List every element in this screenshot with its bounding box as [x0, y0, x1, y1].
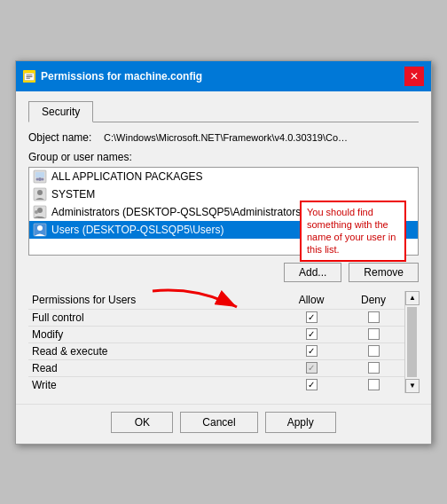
checkbox-icon[interactable]: [306, 345, 318, 357]
svg-point-14: [35, 210, 38, 214]
user-name: Administrators (DESKTOP-QSLSQP5\Administ…: [51, 206, 304, 218]
perm-name: Read & execute: [28, 343, 280, 359]
dialog-body: Security Object name: C:\Windows\Microso…: [16, 91, 431, 404]
tooltip-box: You should find something with the name …: [300, 201, 406, 262]
list-item[interactable]: ALL APPLICATION PACKAGES: [29, 168, 418, 185]
permissions-table: Permissions for Users Allow Deny Full co…: [28, 291, 404, 393]
perm-name: Write: [28, 376, 280, 393]
checkbox-icon[interactable]: [306, 379, 318, 390]
scroll-thumb[interactable]: [407, 307, 417, 377]
permissions-table-wrapper: Permissions for Users Allow Deny Full co…: [28, 291, 419, 393]
checkbox-icon[interactable]: [368, 345, 380, 357]
scroll-down-button[interactable]: ▼: [405, 379, 420, 393]
group-icon: [33, 223, 47, 237]
perm-name-header: Permissions for Users: [28, 291, 280, 309]
title-bar-left: Permissions for machine.config: [23, 70, 202, 83]
tab-bar: Security: [28, 100, 419, 122]
permissions-scrollbar[interactable]: ▲ ▼: [404, 291, 419, 393]
object-name-value: C:\Windows\Microsoft.NET\Framework\v4.0.…: [104, 132, 348, 143]
user-name: SYSTEM: [51, 188, 95, 201]
checkbox-icon[interactable]: [368, 362, 380, 374]
user-name: Users (DESKTOP-QSLSQP5\Users): [51, 224, 224, 236]
user-icon: [33, 187, 47, 201]
dialog-icon: [23, 70, 35, 83]
allow-checkbox-readexec[interactable]: [280, 343, 342, 359]
close-button[interactable]: ✕: [404, 67, 424, 86]
svg-rect-2: [27, 75, 33, 75]
deny-checkbox-write[interactable]: [342, 376, 404, 393]
svg-rect-6: [35, 172, 44, 177]
perm-name: Full control: [28, 309, 280, 326]
tab-security[interactable]: Security: [28, 101, 93, 122]
svg-point-8: [36, 177, 39, 180]
checkbox-icon[interactable]: [368, 328, 380, 340]
group-icon: [33, 169, 47, 184]
deny-checkbox-fullcontrol[interactable]: [342, 309, 404, 326]
allow-checkbox-write[interactable]: [280, 376, 342, 393]
permissions-dialog: Permissions for machine.config ✕ Securit…: [15, 60, 432, 445]
tooltip-text: You should find something with the name …: [307, 207, 396, 256]
deny-checkbox-read[interactable]: [342, 359, 404, 376]
cancel-button[interactable]: Cancel: [180, 412, 257, 433]
buttons-row: Add... Remove: [28, 263, 419, 282]
allow-checkbox-modify[interactable]: [280, 326, 342, 343]
svg-rect-3: [27, 76, 33, 77]
apply-button[interactable]: Apply: [265, 412, 336, 433]
svg-point-16: [37, 225, 43, 231]
allow-checkbox-read[interactable]: [280, 359, 342, 376]
users-section: ALL APPLICATION PACKAGES SYSTEM: [28, 167, 419, 263]
ok-button[interactable]: OK: [111, 412, 173, 433]
perm-name: Modify: [28, 326, 280, 343]
scroll-up-button[interactable]: ▲: [405, 291, 420, 305]
svg-point-7: [38, 177, 42, 181]
svg-point-9: [42, 177, 44, 180]
add-button[interactable]: Add...: [284, 263, 341, 282]
checkbox-icon[interactable]: [368, 311, 380, 323]
checkbox-icon[interactable]: [306, 311, 318, 323]
permissions-area: Permissions for Users Allow Deny Full co…: [28, 291, 419, 393]
deny-header: Deny: [342, 291, 404, 309]
deny-checkbox-modify[interactable]: [342, 326, 404, 343]
checkbox-icon[interactable]: [368, 379, 380, 390]
user-name: ALL APPLICATION PACKAGES: [51, 170, 203, 183]
object-name-label: Object name:: [28, 131, 104, 144]
group-label: Group or user names:: [28, 151, 419, 163]
checkbox-icon[interactable]: [306, 362, 318, 374]
svg-rect-4: [27, 77, 30, 78]
checkbox-icon[interactable]: [306, 328, 318, 340]
deny-checkbox-readexec[interactable]: [342, 343, 404, 359]
object-name-row: Object name: C:\Windows\Microsoft.NET\Fr…: [28, 131, 419, 144]
allow-checkbox-fullcontrol[interactable]: [280, 309, 342, 326]
title-bar: Permissions for machine.config ✕: [16, 61, 431, 91]
dialog-title: Permissions for machine.config: [41, 70, 202, 83]
allow-header: Allow: [280, 291, 342, 309]
perm-name: Read: [28, 359, 280, 376]
group-icon: [33, 205, 47, 219]
svg-point-11: [37, 190, 43, 195]
remove-button[interactable]: Remove: [349, 263, 419, 282]
dialog-footer: OK Cancel Apply: [16, 404, 431, 444]
